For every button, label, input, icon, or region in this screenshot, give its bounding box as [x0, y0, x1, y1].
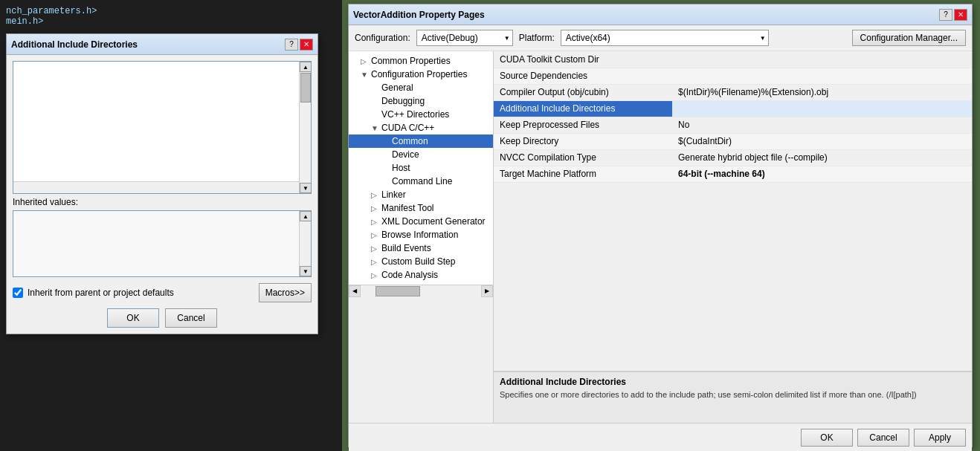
property-table: CUDA Toolkit Custom Dir Source Dependenc… [494, 51, 972, 183]
tree-label-common: Common [392, 136, 428, 146]
additional-include-dialog: Additional Include Directories ? ✕ ▲ ▼ I… [6, 33, 318, 334]
tree-item-command-line[interactable]: Command Line [349, 175, 493, 188]
include-dirs-textarea[interactable] [13, 62, 311, 193]
close-button[interactable]: ✕ [300, 39, 313, 51]
help-button[interactable]: ? [285, 39, 298, 51]
tree-scrollbar[interactable]: ◀ ▶ [349, 285, 493, 296]
table-row-keep-preprocessed: Keep Preprocessed Files No [494, 117, 972, 133]
prop-value-nvcc-compilation[interactable]: Generate hybrid object file (--compile) [672, 149, 972, 166]
inherit-checkbox[interactable] [13, 288, 23, 298]
prop-name-additional-include: Additional Include Directories [494, 100, 672, 117]
tree-label-general: General [381, 82, 413, 93]
table-row-cuda-toolkit: CUDA Toolkit Custom Dir [494, 51, 972, 68]
additional-dialog-title-buttons: ? ✕ [285, 39, 313, 51]
prop-name-target-machine: Target Machine Platform [494, 166, 672, 182]
tree-label-command-line: Command Line [392, 176, 452, 186]
textarea-scrollbar-h[interactable] [13, 181, 299, 193]
tree-item-code-analysis[interactable]: ▷ Code Analysis [349, 268, 493, 282]
cfg-manager-button[interactable]: Configuration Manager... [852, 30, 966, 46]
tree-item-manifest-tool[interactable]: ▷ Manifest Tool [349, 201, 493, 215]
property-tree: ▷ Common Properties ▼ Configuration Prop… [349, 51, 494, 285]
include-dirs-textarea-wrapper: ▲ ▼ [13, 61, 312, 194]
table-row-compiler-output: Compiler Output (obj/cubin) $(IntDir)%(F… [494, 84, 972, 100]
tree-item-config-properties[interactable]: ▼ Configuration Properties [349, 68, 493, 81]
tree-item-cuda-cpp[interactable]: ▼ CUDA C/C++ [349, 121, 493, 134]
code-line-1: nch_parameters.h> [6, 6, 336, 16]
prop-name-nvcc-compilation: NVCC Compilation Type [494, 149, 672, 166]
prop-value-source-deps[interactable] [672, 68, 972, 84]
expand-icon-linker: ▷ [371, 191, 381, 199]
tree-label-debugging: Debugging [381, 96, 425, 106]
tree-label-device: Device [392, 149, 419, 160]
prop-name-cuda-toolkit: CUDA Toolkit Custom Dir [494, 51, 672, 68]
tree-item-linker[interactable]: ▷ Linker [349, 188, 493, 201]
prop-value-keep-directory[interactable]: $(CudaIntDir) [672, 133, 972, 149]
additional-dialog-body: ▲ ▼ Inherited values: ▲ ▼ Inherit from p… [7, 55, 317, 334]
additional-dialog-footer: Inherit from parent or project defaults … [13, 283, 312, 302]
tree-item-debugging[interactable]: Debugging [349, 94, 493, 108]
pp-help-button[interactable]: ? [939, 9, 952, 21]
prop-value-additional-include[interactable] [672, 100, 972, 117]
tree-scroll-thumb[interactable] [375, 286, 420, 296]
scroll-up-arrow[interactable]: ▲ [300, 62, 312, 72]
tree-item-host[interactable]: Host [349, 161, 493, 175]
tree-item-build-events[interactable]: ▷ Build Events [349, 241, 493, 255]
expand-icon-common-properties: ▷ [361, 57, 371, 65]
pp-cancel-button[interactable]: Cancel [857, 429, 909, 447]
pp-desc-text: Specifies one or more directories to add… [500, 390, 966, 399]
additional-dialog-title: Additional Include Directories [11, 39, 138, 50]
tree-item-xml-doc-gen[interactable]: ▷ XML Document Generator [349, 215, 493, 228]
ok-button[interactable]: OK [107, 308, 159, 328]
cancel-button[interactable]: Cancel [165, 308, 217, 328]
tree-item-common-properties[interactable]: ▷ Common Properties [349, 54, 493, 68]
scroll-down-arrow[interactable]: ▼ [300, 183, 312, 193]
pp-desc-title: Additional Include Directories [500, 377, 966, 387]
pp-ok-button[interactable]: OK [801, 429, 853, 447]
table-row-target-machine: Target Machine Platform 64-bit (--machin… [494, 166, 972, 182]
expand-icon-custom-build: ▷ [371, 258, 381, 266]
prop-value-target-machine[interactable]: 64-bit (--machine 64) [672, 166, 972, 182]
pp-title-buttons: ? ✕ [939, 9, 967, 21]
tree-item-custom-build[interactable]: ▷ Custom Build Step [349, 255, 493, 268]
inherited-scrollbar-v[interactable]: ▲ ▼ [299, 211, 311, 276]
tree-label-linker: Linker [381, 189, 406, 200]
prop-name-keep-preprocessed: Keep Preprocessed Files [494, 117, 672, 133]
code-line-2: mein.h> [6, 16, 336, 27]
textarea-scrollbar-v[interactable]: ▲ ▼ [299, 62, 311, 193]
pp-description-area: Additional Include Directories Specifies… [494, 371, 972, 423]
inherited-scroll-up[interactable]: ▲ [300, 211, 312, 221]
tree-scroll-left[interactable]: ◀ [349, 285, 361, 297]
tree-label-xml-doc-gen: XML Document Generator [381, 216, 486, 227]
config-select[interactable]: Active(Debug) [416, 30, 513, 46]
prop-name-compiler-output: Compiler Output (obj/cubin) [494, 84, 672, 100]
prop-name-keep-directory: Keep Directory [494, 133, 672, 149]
tree-item-vc-directories[interactable]: VC++ Directories [349, 108, 493, 121]
expand-icon-cuda-cpp: ▼ [371, 124, 381, 132]
macros-button[interactable]: Macros>> [259, 283, 312, 302]
inherited-label: Inherited values: [13, 197, 312, 207]
config-select-wrapper: Active(Debug) [416, 30, 513, 46]
tree-item-common[interactable]: Common [349, 134, 493, 148]
tree-label-vc-directories: VC++ Directories [381, 109, 449, 120]
inherited-values-area: ▲ ▼ [13, 210, 312, 277]
tree-scroll-right[interactable]: ▶ [481, 285, 493, 297]
table-row-additional-include: Additional Include Directories [494, 100, 972, 117]
pp-content-panel: CUDA Toolkit Custom Dir Source Dependenc… [494, 51, 972, 423]
inherited-scroll-down[interactable]: ▼ [300, 266, 312, 276]
pp-apply-button[interactable]: Apply [914, 429, 966, 447]
pp-config-row: Configuration: Active(Debug) Platform: A… [349, 25, 972, 51]
platform-select[interactable]: Active(x64) [561, 30, 769, 46]
expand-icon-xml-doc-gen: ▷ [371, 218, 381, 226]
tree-item-browse-info[interactable]: ▷ Browse Information [349, 228, 493, 241]
table-row-keep-directory: Keep Directory $(CudaIntDir) [494, 133, 972, 149]
platform-select-wrapper: Active(x64) [561, 30, 769, 46]
tree-item-general[interactable]: General [349, 81, 493, 94]
prop-value-compiler-output[interactable]: $(IntDir)%(Filename)%(Extension).obj [672, 84, 972, 100]
pp-close-button[interactable]: ✕ [954, 9, 967, 21]
scroll-thumb-v[interactable] [300, 73, 311, 103]
expand-icon-config-properties: ▼ [361, 71, 371, 79]
tree-item-device[interactable]: Device [349, 148, 493, 161]
prop-value-keep-preprocessed[interactable]: No [672, 117, 972, 133]
tree-label-build-events: Build Events [381, 243, 431, 253]
prop-value-cuda-toolkit[interactable] [672, 51, 972, 68]
